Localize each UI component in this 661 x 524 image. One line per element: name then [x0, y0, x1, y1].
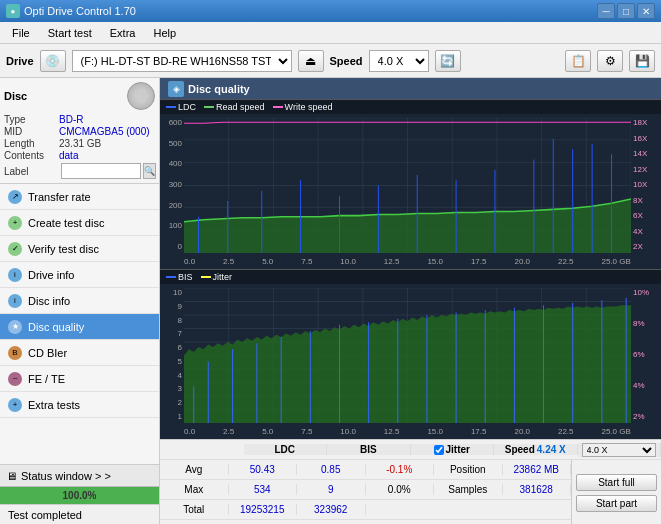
sidebar-label-create-test-disc: Create test disc	[28, 217, 104, 229]
sidebar-item-disc-quality[interactable]: ★ Disc quality	[0, 314, 159, 340]
sidebar-item-transfer-rate[interactable]: ↗ Transfer rate	[0, 184, 159, 210]
y-right-4x: 4X	[633, 227, 643, 236]
label-input[interactable]	[61, 163, 141, 179]
lower-x-axis: 0.0 2.5 5.0 7.5 10.0 12.5 15.0 17.5 20.0…	[184, 423, 631, 439]
progress-bar-container: 100.0%	[0, 486, 159, 504]
refresh-button[interactable]: 🔄	[435, 50, 461, 72]
stats-max-row: Max 534 9 0.0% Samples 381628	[160, 480, 571, 500]
lower-chart-inner	[184, 288, 631, 423]
avg-bis: 0.85	[297, 464, 366, 475]
title-bar: ● Opti Drive Control 1.70 ─ □ ✕	[0, 0, 661, 22]
svg-marker-51	[184, 305, 631, 423]
type-key: Type	[4, 114, 59, 125]
menu-start-test[interactable]: Start test	[40, 25, 100, 41]
info-button[interactable]: 📋	[565, 50, 591, 72]
samples-value: 381628	[503, 484, 572, 495]
legend-ldc: LDC	[178, 102, 196, 112]
label-key: Label	[4, 166, 59, 177]
avg-ldc: 50.43	[229, 464, 298, 475]
y-right-16x: 16X	[633, 134, 647, 143]
jitter-label: Jitter	[446, 444, 470, 455]
disc-header-label: Disc	[4, 90, 27, 102]
stats-avg-row: Avg 50.43 0.85 -0.1% Position 23862 MB	[160, 460, 571, 480]
stats-speed-select[interactable]: 4.0 X	[582, 443, 657, 457]
minimize-button[interactable]: ─	[597, 3, 615, 19]
sidebar-label-extra-tests: Extra tests	[28, 399, 80, 411]
y-label-600: 600	[169, 118, 182, 127]
disc-icon	[127, 82, 155, 110]
menu-file[interactable]: File	[4, 25, 38, 41]
legend-bis: BIS	[178, 272, 193, 282]
jitter-checkbox[interactable]	[434, 445, 444, 455]
upper-x-axis: 0.0 2.5 5.0 7.5 10.0 12.5 15.0 17.5 20.0…	[184, 253, 631, 269]
fe-te-icon: ~	[8, 372, 22, 386]
maximize-button[interactable]: □	[617, 3, 635, 19]
y-label-300: 300	[169, 180, 182, 189]
cd-bier-icon: B	[8, 346, 22, 360]
sidebar-item-create-test-disc[interactable]: + Create test disc	[0, 210, 159, 236]
y-label-200: 200	[169, 201, 182, 210]
start-part-button[interactable]: Start part	[576, 495, 657, 512]
status-window-label: Status window > >	[21, 470, 111, 482]
y-label-500: 500	[169, 139, 182, 148]
speed-label-header: Speed	[505, 444, 535, 455]
y-right-10x: 10X	[633, 180, 647, 189]
y-right-6x: 6X	[633, 211, 643, 220]
sidebar-label-verify-test-disc: Verify test disc	[28, 243, 99, 255]
label-search-button[interactable]: 🔍	[143, 163, 156, 179]
menu-help[interactable]: Help	[145, 25, 184, 41]
stats-col-jitter-check: Jitter	[411, 444, 495, 455]
sidebar-item-disc-info[interactable]: i Disc info	[0, 288, 159, 314]
sidebar-item-cd-bier[interactable]: B CD BIer	[0, 340, 159, 366]
sidebar-item-verify-test-disc[interactable]: ✓ Verify test disc	[0, 236, 159, 262]
position-label: Position	[450, 464, 486, 475]
save-button[interactable]: 💾	[629, 50, 655, 72]
speed-select[interactable]: 4.0 X	[369, 50, 429, 72]
sidebar-item-fe-te[interactable]: ~ FE / TE	[0, 366, 159, 392]
sidebar-item-drive-info[interactable]: i Drive info	[0, 262, 159, 288]
progress-text: 100.0%	[63, 490, 97, 501]
legend-read: Read speed	[216, 102, 265, 112]
status-window[interactable]: 🖥 Status window > >	[0, 464, 159, 486]
avg-position-label: Position	[434, 464, 503, 475]
create-test-disc-icon: +	[8, 216, 22, 230]
drive-select[interactable]: (F:) HL-DT-ST BD-RE WH16NS58 TST4	[72, 50, 292, 72]
chart-title: Disc quality	[188, 83, 250, 95]
speed-value: 4.24 X	[537, 444, 566, 455]
lower-legend: BIS Jitter	[160, 270, 661, 284]
max-label: Max	[160, 484, 229, 495]
stats-col-bis: BIS	[327, 444, 411, 455]
sidebar-label-cd-bier: CD BIer	[28, 347, 67, 359]
settings-button[interactable]: ⚙	[597, 50, 623, 72]
stats-col-speed-select: 4.0 X	[578, 443, 662, 457]
legend-jitter: Jitter	[213, 272, 233, 282]
y-label-100: 100	[169, 221, 182, 230]
eject-button[interactable]: ⏏	[298, 50, 324, 72]
y-right-2x: 2X	[633, 242, 643, 251]
avg-jitter: -0.1%	[366, 464, 435, 475]
drive-icon-btn[interactable]: 💿	[40, 50, 66, 72]
charts-area: LDC Read speed Write speed 600 500 400 3…	[160, 100, 661, 439]
start-full-button[interactable]: Start full	[576, 474, 657, 491]
upper-chart: LDC Read speed Write speed 600 500 400 3…	[160, 100, 661, 270]
total-ldc: 19253215	[229, 504, 298, 515]
y-right-14x: 14X	[633, 149, 647, 158]
chart-header: ◈ Disc quality	[160, 78, 661, 100]
sidebar-label-transfer-rate: Transfer rate	[28, 191, 91, 203]
sidebar-label-disc-quality: Disc quality	[28, 321, 84, 333]
sidebar-item-extra-tests[interactable]: + Extra tests	[0, 392, 159, 418]
stats-col-speed: Speed 4.24 X	[494, 444, 578, 455]
upper-chart-inner	[184, 118, 631, 253]
menu-extra[interactable]: Extra	[102, 25, 144, 41]
max-bis: 9	[297, 484, 366, 495]
transfer-rate-icon: ↗	[8, 190, 22, 204]
lower-chart: BIS Jitter 10 9 8 7 6 5 4 3 2 1	[160, 270, 661, 439]
stats-headers-row: LDC BIS Jitter Speed 4.24 X 4.0 X	[160, 440, 661, 460]
drive-label: Drive	[6, 55, 34, 67]
close-button[interactable]: ✕	[637, 3, 655, 19]
disc-info-icon: i	[8, 294, 22, 308]
type-value: BD-R	[59, 114, 83, 125]
stats-total-row: Total 19253215 323962	[160, 500, 571, 520]
contents-key: Contents	[4, 150, 59, 161]
bottom-status: Test completed	[0, 504, 159, 524]
